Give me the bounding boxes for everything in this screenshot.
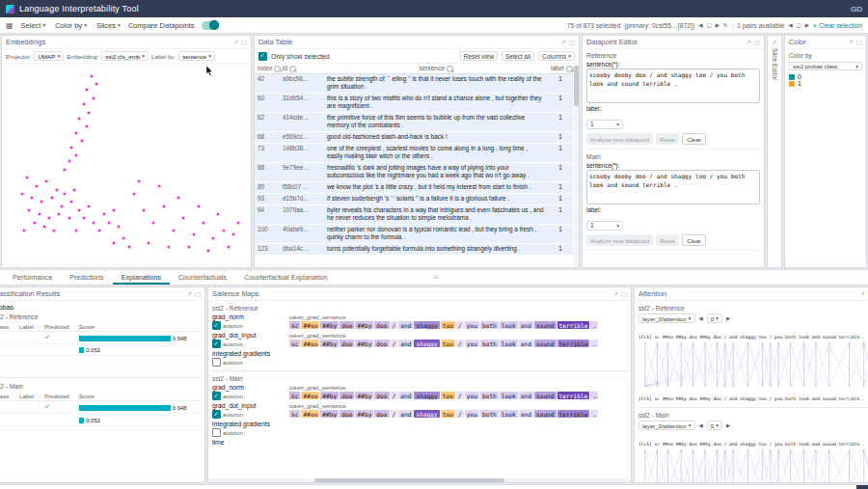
datapoint-dot[interactable] (212, 237, 215, 240)
datapoint-dot[interactable] (25, 177, 28, 179)
salience-token[interactable]: you (465, 321, 479, 329)
tab-explanations[interactable]: Explanations (113, 270, 170, 285)
datapoint-dot[interactable] (102, 213, 105, 216)
datapoint-dot[interactable] (187, 245, 190, 248)
salience-token[interactable]: too (441, 410, 455, 418)
slice-editor-module[interactable]: ↗ Slice Editor (767, 35, 782, 268)
salience-token[interactable]: look (500, 340, 518, 347)
datapoint-dot[interactable] (222, 230, 225, 232)
salience-token[interactable]: doo (339, 321, 354, 329)
salience-token[interactable]: too (441, 392, 455, 399)
datapoint-dot[interactable] (63, 193, 66, 196)
datapoint-dot[interactable] (88, 111, 91, 114)
compare-datapoints-toggle[interactable] (202, 21, 219, 30)
salience-token[interactable]: terrible (557, 392, 590, 399)
reset-button[interactable]: Reset (656, 133, 679, 145)
autorun-checkbox[interactable] (212, 428, 221, 437)
expand-icon[interactable]: ↗ (560, 39, 565, 46)
pin-datapoint-icon[interactable]: ▢ (706, 22, 711, 28)
autorun-checkbox[interactable] (212, 392, 221, 400)
table-row[interactable]: 10040abe9…neither parker nor donovan is … (255, 224, 573, 243)
classification-row[interactable]: 10.052 (0, 344, 201, 356)
salience-token[interactable]: and (519, 410, 533, 418)
color-by-select[interactable]: sst2 probas class▾ (789, 62, 862, 70)
prev-head-icon[interactable]: ◀ (699, 422, 703, 428)
datapoint-dot[interactable] (55, 188, 58, 191)
autorun-checkbox[interactable] (212, 321, 221, 330)
salience-token[interactable]: terrible (557, 340, 590, 347)
datapoint-dot[interactable] (93, 221, 95, 224)
salience-token[interactable]: doo (339, 340, 354, 347)
maximize-icon[interactable]: ▢ (569, 39, 575, 46)
datapoint-dot[interactable] (28, 208, 31, 211)
expand-icon[interactable]: ↗ (186, 290, 191, 298)
search-icon[interactable] (274, 66, 281, 72)
maximize-icon[interactable]: ▢ (195, 290, 201, 298)
datapoint-dot[interactable] (80, 140, 83, 143)
search-icon[interactable] (566, 66, 573, 72)
datapoint-dot[interactable] (95, 83, 98, 86)
salience-token[interactable]: and (398, 321, 413, 329)
salience-token[interactable]: / (456, 410, 464, 418)
salience-token[interactable]: ##oo (301, 410, 319, 418)
apps-menu-icon[interactable]: ▦ (6, 21, 14, 30)
salience-token[interactable]: shaggy (414, 410, 439, 418)
salience-token[interactable]: sc (289, 340, 300, 347)
datapoint-dot[interactable] (148, 241, 150, 244)
datapoint-dot[interactable] (85, 125, 88, 128)
next-head-icon[interactable]: ▶ (726, 422, 730, 428)
maximize-icon[interactable]: ▢ (754, 39, 760, 46)
salience-token[interactable]: and (519, 392, 533, 399)
datapoint-dot[interactable] (38, 213, 41, 216)
datapoint-dot[interactable] (58, 213, 61, 216)
next-datapoint-icon[interactable]: ▶ (716, 22, 719, 28)
next-head-icon[interactable]: ▶ (726, 315, 730, 321)
salience-token[interactable]: ##by (355, 410, 373, 418)
salience-token[interactable]: both (480, 321, 499, 329)
expand-icon[interactable]: ↗ (859, 290, 864, 298)
embedding-select[interactable]: sst2:cls_emb▾ (101, 51, 149, 61)
tab-predictions[interactable]: Predictions (61, 270, 113, 285)
salience-token[interactable]: terrible (557, 321, 590, 329)
salience-token[interactable]: doo (374, 392, 389, 399)
datapoint-dot[interactable] (23, 230, 26, 232)
datapoint-dot[interactable] (50, 197, 53, 200)
expand-icon[interactable]: ↗ (772, 39, 776, 45)
scrollbar-thumb[interactable] (314, 478, 504, 482)
table-scrollbar[interactable] (574, 64, 579, 267)
expand-icon[interactable]: ↗ (746, 39, 750, 46)
prev-head-icon[interactable]: ◀ (699, 315, 703, 321)
clear-selection-button[interactable]: ×Clear selection (813, 22, 862, 29)
clear-button[interactable]: Clear (682, 234, 706, 246)
salience-token[interactable]: doo (374, 410, 389, 418)
datapoint-dot[interactable] (113, 241, 116, 244)
datapoint-dot[interactable] (152, 221, 155, 224)
datapoint-dot[interactable] (53, 230, 56, 232)
maximize-icon[interactable]: ▢ (241, 39, 247, 46)
reset-button[interactable]: Reset (656, 234, 679, 246)
datapoint-dot[interactable] (68, 217, 70, 220)
datapoint-dot[interactable] (77, 208, 80, 211)
salience-token[interactable]: and (398, 340, 413, 347)
analyze-button[interactable]: Analyze new datapoint (586, 234, 653, 246)
salience-token[interactable]: ##by (320, 340, 339, 347)
datapoint-dot[interactable] (45, 180, 48, 183)
salience-token[interactable]: both (480, 410, 499, 418)
embedding-scatter[interactable] (2, 64, 251, 267)
datapoint-dot[interactable] (83, 217, 86, 220)
salience-token[interactable]: ##by (320, 410, 339, 418)
datapoint-dot[interactable] (143, 208, 146, 211)
datapoint-dot[interactable] (118, 225, 121, 228)
salience-token[interactable]: . (590, 340, 598, 347)
salience-token[interactable]: ##by (320, 392, 339, 399)
next-pair-icon[interactable]: ▶ (805, 22, 809, 28)
salience-token[interactable]: ##by (355, 321, 373, 329)
autorun-checkbox[interactable] (212, 358, 221, 367)
datapoint-dot[interactable] (36, 184, 39, 187)
layer-select[interactable]: layer_0/attention▾ (638, 421, 695, 430)
autorun-checkbox[interactable] (212, 340, 221, 348)
table-row[interactable]: 73148b38…one of the creepiest , scariest… (255, 143, 573, 162)
user-avatar[interactable]: GD (851, 5, 862, 14)
datapoint-dot[interactable] (192, 233, 195, 236)
datapoint-dot[interactable] (231, 233, 234, 236)
